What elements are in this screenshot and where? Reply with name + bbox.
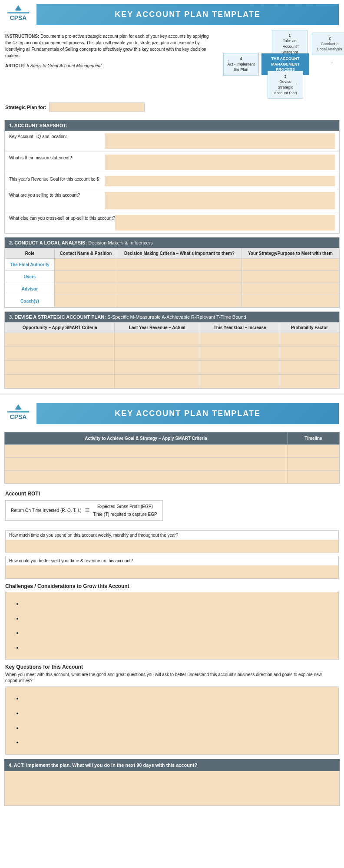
cell-strategy-1[interactable]: [241, 259, 339, 271]
field-selling-input[interactable]: [105, 192, 335, 209]
smart-opp-1[interactable]: [5, 333, 115, 347]
smart-lastyear-3[interactable]: [115, 361, 200, 375]
strategic-plan-input[interactable]: [49, 102, 145, 112]
table-row: Coach(s): [5, 295, 339, 307]
cell-contact-1[interactable]: [54, 259, 117, 271]
challenges-bullet-box[interactable]: [5, 592, 339, 660]
header-title: KEY ACCOUNT PLAN TEMPLATE: [115, 10, 261, 19]
activity-cell-3[interactable]: [5, 471, 288, 484]
section3-title-normal: S-Specific M-Measurable A-Achievable R-R…: [106, 314, 246, 320]
activity-cell-2[interactable]: [5, 458, 288, 471]
smart-thisyear-4[interactable]: [200, 375, 280, 389]
section4-input[interactable]: [4, 771, 340, 806]
field-hq-input[interactable]: [105, 133, 335, 149]
cell-criteria-1[interactable]: [117, 259, 242, 271]
key-questions-section: Key Questions for this Account When you …: [5, 664, 339, 754]
article-line: ARTICLE: 5 Steps to Great Account Manage…: [5, 63, 213, 69]
field-crosssell-label: What else can you cross-sell or up-sell …: [9, 215, 115, 221]
list-item[interactable]: [23, 706, 330, 721]
page2-header: CPSA KEY ACCOUNT PLAN TEMPLATE: [0, 399, 344, 428]
list-item[interactable]: [23, 640, 330, 655]
col-criteria: Decision Making Criteria – What's import…: [117, 248, 242, 259]
section3-table: Opportunity – Apply SMART Criteria Last …: [5, 322, 339, 389]
list-item[interactable]: [23, 611, 330, 626]
timeline-cell-3[interactable]: [288, 471, 340, 484]
section3-container: 3. DEVISE A STRATEGIC ACCOUNT PLAN: S-Sp…: [4, 311, 340, 389]
activity-cell-1[interactable]: [5, 445, 288, 458]
table-row: [5, 471, 340, 484]
cell-contact-3[interactable]: [54, 283, 117, 295]
roti-equals: =: [85, 506, 90, 515]
time-field-container: How much time do you spend on this accou…: [5, 530, 339, 553]
smart-opp-2[interactable]: [5, 347, 115, 361]
roti-fraction: Expected Gross Profit (EGP) Time (T) req…: [93, 504, 157, 517]
page2-title-bar: KEY ACCOUNT PLAN TEMPLATE: [36, 403, 339, 424]
step1-num: 1: [276, 33, 304, 39]
field-mission-label: What is their mission statement?: [9, 155, 105, 160]
field-crosssell-input[interactable]: [115, 215, 335, 231]
cell-contact-4[interactable]: [54, 295, 117, 307]
arrow-4: →: [225, 59, 232, 65]
field-mission: What is their mission statement?: [5, 152, 339, 173]
smart-prob-2[interactable]: [280, 347, 339, 361]
table-row: [5, 375, 339, 389]
section2-header: 2. CONDUCT A LOCAL ANALYSIS: Decision Ma…: [5, 238, 339, 248]
field-selling: What are you selling to this account?: [5, 189, 339, 212]
list-item[interactable]: [23, 691, 330, 706]
role-users: Users: [5, 271, 55, 283]
field-mission-input[interactable]: [105, 155, 335, 170]
smart-lastyear-4[interactable]: [115, 375, 200, 389]
arrow-2: →: [329, 59, 336, 65]
section4-title: 4. ACT:: [9, 762, 25, 768]
cell-criteria-3[interactable]: [117, 283, 242, 295]
svg-text:CPSA: CPSA: [10, 14, 27, 21]
smart-thisyear-2[interactable]: [200, 347, 280, 361]
col-role: Role: [5, 248, 55, 259]
list-item[interactable]: [23, 721, 330, 736]
smart-lastyear-1[interactable]: [115, 333, 200, 347]
table-row: [5, 347, 339, 361]
cell-criteria-4[interactable]: [117, 295, 242, 307]
activity-table: Activity to Achieve Goal & Strategy – Ap…: [4, 432, 340, 484]
smart-opp-4[interactable]: [5, 375, 115, 389]
section1-header: 1. ACCOUNT SNAPSHOT:: [5, 120, 339, 131]
section3-header: 3. DEVISE A STRATEGIC ACCOUNT PLAN: S-Sp…: [5, 312, 339, 322]
strategic-plan-row: Strategic Plan for:: [0, 100, 344, 116]
time-field-input[interactable]: [6, 540, 338, 553]
list-item[interactable]: [23, 626, 330, 640]
smart-thisyear-1[interactable]: [200, 333, 280, 347]
cpsa-logo-2: CPSA: [5, 403, 31, 424]
table-row: Advisor: [5, 283, 339, 295]
field-revenue-input[interactable]: [105, 176, 335, 186]
article-label: ARTICLE:: [5, 63, 26, 68]
yield-field-input[interactable]: [6, 565, 338, 578]
list-item[interactable]: [23, 735, 330, 750]
timeline-cell-1[interactable]: [288, 445, 340, 458]
smart-thisyear-3[interactable]: [200, 361, 280, 375]
cell-criteria-2[interactable]: [117, 271, 242, 283]
yield-field-container: How could you better yield your time & r…: [5, 556, 339, 579]
role-final-authority: The Final Authority: [5, 259, 55, 271]
smart-lastyear-2[interactable]: [115, 347, 200, 361]
cell-strategy-3[interactable]: [241, 283, 339, 295]
smart-opp-3[interactable]: [5, 361, 115, 375]
cell-strategy-4[interactable]: [241, 295, 339, 307]
cell-strategy-2[interactable]: [241, 271, 339, 283]
col-contact: Contact Name & Position: [54, 248, 117, 259]
section2-title: 2. CONDUCT A LOCAL ANALYSIS:: [9, 240, 87, 245]
svg-text:CPSA: CPSA: [10, 413, 27, 420]
table-row: [5, 333, 339, 347]
activity-section: Activity to Achieve Goal & Strategy – Ap…: [4, 432, 340, 484]
smart-prob-4[interactable]: [280, 375, 339, 389]
timeline-cell-2[interactable]: [288, 458, 340, 471]
key-questions-bullet-box[interactable]: [5, 686, 339, 754]
field-revenue: This year's Revenue Goal for this accoun…: [5, 173, 339, 189]
page-divider: [0, 393, 344, 395]
cell-contact-2[interactable]: [54, 271, 117, 283]
smart-prob-3[interactable]: [280, 361, 339, 375]
challenges-section: Challenges / Considerations to Grow this…: [5, 583, 339, 660]
list-item[interactable]: [23, 597, 330, 611]
article-text: 5 Steps to Great Account Management: [26, 63, 102, 68]
smart-prob-1[interactable]: [280, 333, 339, 347]
page2-title: KEY ACCOUNT PLAN TEMPLATE: [115, 409, 261, 418]
